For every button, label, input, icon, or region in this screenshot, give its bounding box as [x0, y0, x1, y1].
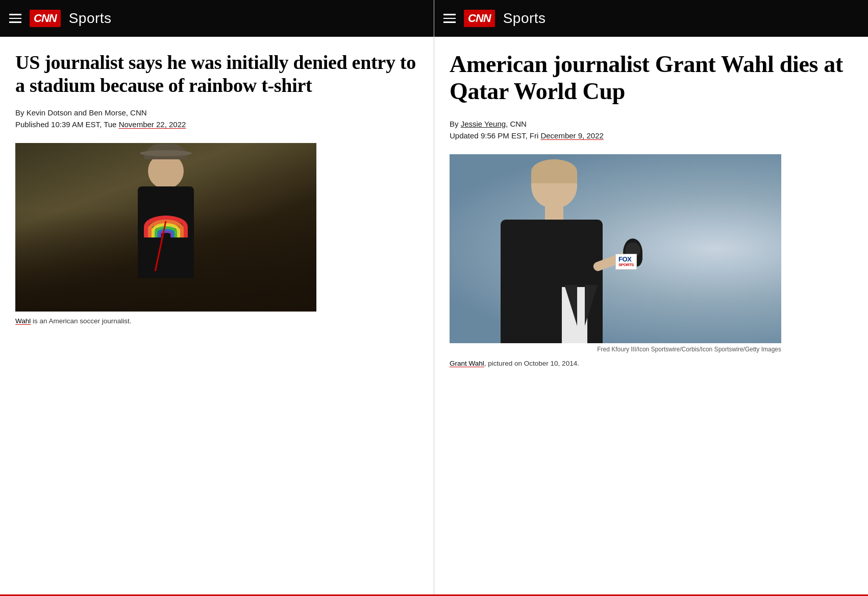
left-article-date-link[interactable]: November 22, 2022	[119, 120, 186, 129]
right-article-date: Updated 9:56 PM EST, Fri December 9, 202…	[450, 131, 853, 140]
right-article-byline: By Jessie Yeung, CNN	[450, 120, 853, 128]
right-navbar: CNN Sports	[434, 0, 868, 37]
left-caption-link[interactable]: Wahl	[15, 317, 31, 325]
left-article-headline: US journalist says he was initially deni…	[15, 51, 418, 97]
right-article-headline: American journalist Grant Wahl dies at Q…	[450, 51, 853, 105]
nav-title-right: Sports	[503, 10, 546, 27]
right-author-link[interactable]: Jessie Yeung	[461, 120, 506, 128]
left-navbar: CNN Sports	[0, 0, 434, 37]
right-article-date-link[interactable]: December 9, 2022	[540, 131, 603, 140]
left-image-caption: Wahl is an American soccer journalist.	[15, 317, 418, 326]
right-caption-link[interactable]: Grant Wahl	[450, 360, 484, 367]
cnn-logo-right: CNN	[464, 10, 495, 27]
nav-title-left: Sports	[69, 10, 112, 27]
left-article-byline: By Kevin Dotson and Ben Morse, CNN	[15, 108, 418, 117]
left-article-date: Published 10:39 AM EST, Tue November 22,…	[15, 120, 418, 129]
left-article-image: Wahl is an American soccer journalist.	[15, 143, 418, 326]
right-image-credit: Fred Kfoury III/Icon Sportswire/Corbis/I…	[450, 346, 781, 353]
hamburger-menu-icon-left[interactable]	[9, 14, 21, 23]
fox-sports-badge: FOX SPORTS	[615, 254, 637, 270]
right-image-caption: Grant Wahl, pictured on October 10, 2014…	[450, 359, 781, 369]
hamburger-menu-icon-right[interactable]	[443, 14, 456, 23]
right-article-image: FOX SPORTS Fred Kfoury III/Icon Sportswi…	[450, 154, 853, 369]
cnn-logo-left: CNN	[30, 10, 61, 27]
